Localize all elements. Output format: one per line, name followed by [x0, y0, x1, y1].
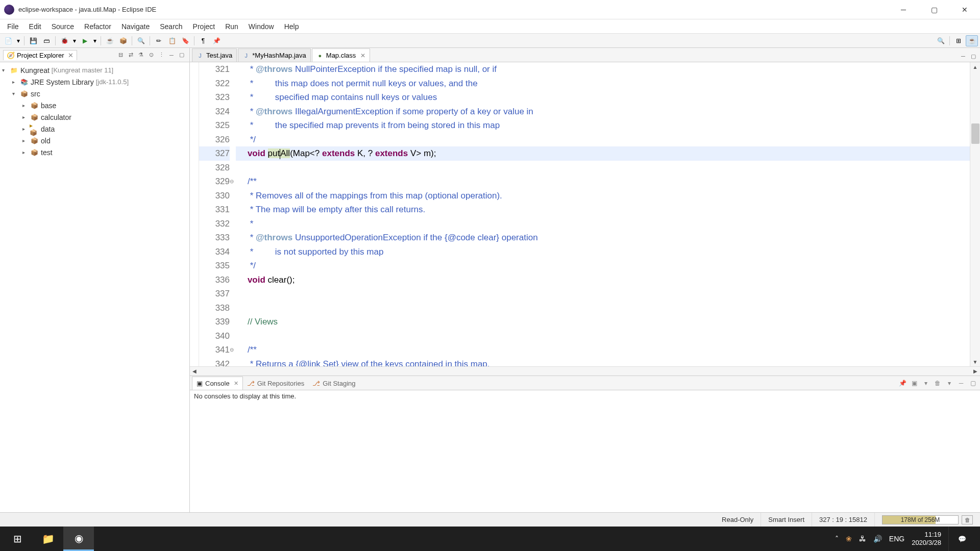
editor-maximize-button[interactable]: ▢	[969, 52, 978, 61]
line-number[interactable]: 341⊖	[199, 343, 230, 357]
link-editor-button[interactable]: ⇄	[126, 51, 135, 60]
tree-item-base[interactable]: ▸📦base	[0, 99, 189, 111]
line-number[interactable]: 337	[199, 287, 230, 301]
console-dropdown-button[interactable]: ▾	[944, 378, 954, 388]
line-number[interactable]: 334	[199, 245, 230, 259]
code-line[interactable]: /**	[236, 174, 970, 189]
editor-tab-map-class[interactable]: ●Map.class✕	[312, 48, 371, 62]
expand-icon[interactable]: ▸	[22, 138, 30, 143]
code-line[interactable]	[236, 287, 970, 301]
project-tree[interactable]: ▾📁Kungreat[Kungreat master 11]▸📚JRE Syst…	[0, 62, 189, 160]
code-editor[interactable]: * @throws NullPointerException if the sp…	[236, 62, 970, 366]
menu-edit[interactable]: Edit	[24, 20, 46, 33]
save-all-button[interactable]: 🗃	[40, 35, 53, 46]
tree-item-old[interactable]: ▸📦old	[0, 135, 189, 146]
expand-icon[interactable]: ▾	[2, 67, 9, 73]
annotation-ruler[interactable]	[190, 62, 199, 366]
line-number[interactable]: 330	[199, 189, 230, 203]
open-type-button[interactable]: 🔍	[135, 35, 147, 46]
start-button[interactable]: ⊞	[2, 527, 33, 551]
line-number-gutter[interactable]: 321322323324325326327328329⊖330331332333…	[199, 62, 236, 366]
expand-icon[interactable]: ▸	[22, 126, 30, 132]
line-number[interactable]: 323	[199, 90, 230, 105]
line-number[interactable]: 325	[199, 118, 230, 133]
line-number[interactable]: 331	[199, 203, 230, 217]
bottom-tab-git-staging[interactable]: ⎇Git Staging	[308, 377, 359, 390]
menu-search[interactable]: Search	[155, 20, 187, 33]
open-console-button[interactable]: ▾	[921, 378, 931, 388]
toggle-mark-button[interactable]: 🔖	[179, 35, 191, 46]
menu-run[interactable]: Run	[220, 20, 243, 33]
new-java-button[interactable]: ☕	[104, 35, 116, 46]
line-number[interactable]: 327	[199, 146, 230, 161]
open-perspective-button[interactable]: ⊞	[952, 35, 965, 46]
maximize-view-button[interactable]: ▢	[177, 51, 186, 60]
code-line[interactable]	[236, 301, 970, 315]
code-line[interactable]: * Returns a {@link Set} view of the keys…	[236, 357, 970, 367]
code-line[interactable]: * @throws UnsupportedOperationException …	[236, 231, 970, 245]
tree-item-data[interactable]: ▸▸📦data	[0, 123, 189, 135]
code-line[interactable]	[236, 161, 970, 175]
bottom-tab-console[interactable]: ▣Console✕	[192, 377, 243, 390]
code-line[interactable]: /**	[236, 343, 970, 357]
close-view-icon[interactable]: ✕	[234, 380, 238, 387]
line-number[interactable]: 329⊖	[199, 174, 230, 189]
close-view-icon[interactable]: ✕	[68, 52, 74, 59]
code-line[interactable]: * specified map contains null keys or va…	[236, 90, 970, 105]
tree-item-jre-system-library[interactable]: ▸📚JRE System Library[jdk-11.0.5]	[0, 76, 189, 88]
code-line[interactable]: * the specified map prevents it from bei…	[236, 118, 970, 133]
pin-console-button[interactable]: 📌	[897, 378, 908, 388]
line-number[interactable]: 328	[199, 161, 230, 175]
tray-app-icon[interactable]: ❀	[846, 535, 852, 543]
view-menu-button[interactable]: ⋮	[157, 51, 166, 60]
line-number[interactable]: 333	[199, 231, 230, 245]
bottom-tab-git-repositories[interactable]: ⎇Git Repositories	[243, 377, 308, 390]
editor-tab-test-java[interactable]: JTest.java	[192, 48, 237, 62]
tray-network-icon[interactable]: 🖧	[859, 535, 866, 543]
scroll-thumb[interactable]	[971, 123, 979, 144]
menu-file[interactable]: File	[2, 20, 24, 33]
menu-refactor[interactable]: Refactor	[79, 20, 116, 33]
toggle-whitespace-button[interactable]: ¶	[197, 35, 209, 46]
eclipse-taskbar[interactable]: ◉	[63, 527, 94, 551]
tree-item-calculator[interactable]: ▸📦calculator	[0, 111, 189, 123]
tray-clock[interactable]: 11:19 2020/3/28	[912, 531, 941, 546]
editor-tab-myhashmap-java[interactable]: J*MyHashMap.java	[238, 48, 311, 62]
line-number[interactable]: 336	[199, 273, 230, 287]
run-dropdown[interactable]: ▾	[92, 35, 98, 46]
new-dropdown[interactable]: ▾	[15, 35, 21, 46]
menu-navigate[interactable]: Navigate	[116, 20, 155, 33]
code-line[interactable]: */	[236, 133, 970, 147]
code-line[interactable]: * is not supported by this map	[236, 245, 970, 259]
tray-volume-icon[interactable]: 🔊	[873, 535, 882, 543]
line-number[interactable]: 324	[199, 105, 230, 119]
tree-item-src[interactable]: ▾📦src	[0, 88, 189, 99]
heap-status[interactable]: 178M of 256M	[882, 515, 959, 524]
scroll-up-icon[interactable]: ▲	[970, 62, 980, 71]
code-line[interactable]: void clear();	[236, 273, 970, 287]
fold-icon[interactable]: ⊖	[230, 174, 234, 189]
line-number[interactable]: 340	[199, 329, 230, 343]
new-button[interactable]: 📄	[2, 35, 14, 46]
toggle-highlight-button[interactable]: ✏	[153, 35, 165, 46]
code-line[interactable]: * Removes all of the mappings from this …	[236, 189, 970, 203]
minimize-view-button[interactable]: ─	[167, 51, 176, 60]
focus-button[interactable]: ⊙	[146, 51, 156, 60]
scroll-left-icon[interactable]: ◀	[190, 367, 199, 375]
code-line[interactable]: * @throws NullPointerException if the sp…	[236, 62, 970, 77]
filter-button[interactable]: ⚗	[136, 51, 145, 60]
clear-console-button[interactable]: 🗑	[933, 378, 943, 388]
code-line[interactable]: * @throws IllegalArgumentException if so…	[236, 105, 970, 119]
line-number[interactable]: 339	[199, 315, 230, 329]
gc-button[interactable]: 🗑	[962, 515, 973, 524]
tree-item-test[interactable]: ▸📦test	[0, 146, 189, 158]
menu-project[interactable]: Project	[188, 20, 220, 33]
tray-ime[interactable]: ENG	[889, 535, 904, 543]
code-line[interactable]: * The map will be empty after this call …	[236, 203, 970, 217]
search-toolbar-button[interactable]: 🔍	[935, 35, 947, 46]
expand-icon[interactable]: ▸	[22, 114, 30, 120]
menu-help[interactable]: Help	[279, 20, 304, 33]
collapse-all-button[interactable]: ⊟	[116, 51, 125, 60]
new-package-button[interactable]: 📦	[117, 35, 129, 46]
status-insert-mode[interactable]: Smart Insert	[761, 513, 812, 527]
